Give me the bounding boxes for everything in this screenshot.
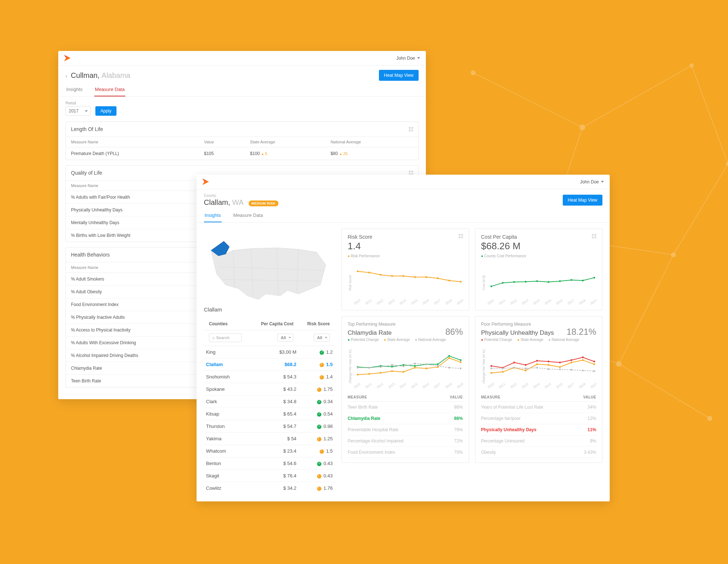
heat-map-view-button[interactable]: Heat Map View [379,70,419,81]
svg-text:2011: 2011 [364,382,372,388]
th-per-capita: Per Capita Cost [252,318,299,330]
svg-text:2017: 2017 [433,298,441,305]
top-measure-name: Chlamydia Rate [348,329,392,337]
risk-score-value: 1.4 [348,241,463,252]
svg-point-124 [502,371,503,373]
user-menu[interactable]: John Doe [396,56,420,61]
svg-text:Cost (in $): Cost (in $) [482,275,485,290]
svg-point-100 [448,367,450,369]
status-warn-icon [320,375,324,380]
tab-measure-data[interactable]: Measure Data [94,84,126,96]
svg-text:2012: 2012 [376,382,384,388]
svg-point-142 [593,370,595,372]
svg-text:2016: 2016 [555,298,563,305]
county-row[interactable]: Thurston $ 54.7 0.98 [204,420,335,433]
cost-filter-select[interactable]: All [277,334,293,342]
svg-text:2019: 2019 [456,382,463,388]
svg-text:2012: 2012 [509,382,517,388]
svg-line-8 [619,364,710,418]
svg-point-60 [593,277,595,279]
svg-point-80 [448,355,450,357]
list-item: Percentage Alcohol Impaired72% [348,436,463,447]
legend-potential: Potential Change [348,338,379,342]
tab-insights[interactable]: Insights [204,210,222,222]
list-item: Years of Potential Life Lost Rate34% [481,402,597,413]
legend-state: State Average [384,338,410,342]
us-map [204,229,335,305]
period-select[interactable]: 2017 [66,106,91,116]
svg-point-97 [414,363,416,365]
svg-point-32 [380,274,381,276]
status-ok-icon [320,350,324,355]
county-row[interactable]: Yakima $ 54 1.25 [204,433,335,445]
titlebar: County Clallam, WA MEDIUM RISK Heat Map … [197,189,610,207]
svg-line-0 [473,73,582,127]
county-row[interactable]: Spokane $ 43.2 1.75 [204,383,335,396]
svg-text:2010: 2010 [487,298,495,305]
user-name: John Doe [396,56,415,61]
county-search-input[interactable]: Search [209,333,242,342]
svg-point-51 [490,285,492,287]
titlebar: ‹ Cullman, Alabama Heat Map View [58,65,426,81]
svg-point-82 [357,374,359,376]
svg-text:2015: 2015 [410,382,418,388]
svg-point-117 [536,360,538,362]
county-row[interactable]: Whatcom $ 23.4 1.5 [204,445,335,457]
grid-icon[interactable] [459,234,463,238]
county-row[interactable]: King $3,00 M 1.2 [204,346,335,358]
th-risk-score: Risk Score [298,318,335,330]
apply-button[interactable]: Apply [95,106,116,116]
svg-point-56 [547,281,549,283]
svg-text:2014: 2014 [399,382,407,388]
svg-point-116 [525,364,526,366]
brand-logo-icon [64,55,71,61]
svg-point-93 [368,367,370,369]
county-row[interactable]: Cowlitz $ 34.2 1.76 [204,482,335,495]
svg-point-121 [582,357,583,358]
list-item: Physically Unhealthy Days11% [481,424,597,436]
svg-line-9 [692,65,728,164]
county-row[interactable]: Benton $ 54.6 0.43 [204,457,335,470]
heat-map-view-button[interactable]: Heat Map View [563,195,602,206]
tabs: Insights Measure Data [58,81,426,97]
poor-measure-list: MEASUREVALUE Years of Potential Life Los… [481,393,597,458]
county-row[interactable]: Clark $ 34.8 0.34 [204,396,335,408]
svg-point-122 [593,361,595,362]
svg-point-140 [570,369,572,371]
list-item: Chlamydia Rate86% [348,413,463,424]
svg-text:2015: 2015 [410,298,418,305]
svg-text:2013: 2013 [521,382,529,388]
measure-section: Length Of LifeMeasure NameValueState Ave… [66,122,419,160]
grid-icon[interactable] [409,127,413,131]
risk-badge: MEDIUM RISK [249,200,278,206]
svg-point-75 [391,366,393,368]
county-row[interactable]: Kitsap $ 65.4 0.54 [204,408,335,420]
svg-text:Risk Score: Risk Score [348,275,352,290]
legend-national: National Average [549,338,579,342]
status-warn-icon [317,388,321,392]
grid-icon[interactable] [592,234,596,238]
svg-text:2010: 2010 [487,382,495,388]
svg-text:Change Per Year (in %): Change Per Year (in %) [482,349,485,383]
svg-point-138 [547,368,549,370]
county-label: County [204,194,278,198]
svg-point-91 [460,361,462,363]
svg-point-83 [368,373,370,375]
svg-point-33 [391,275,393,277]
legend-state: State Average [517,338,543,342]
svg-point-59 [582,280,583,282]
svg-text:2018: 2018 [578,298,586,305]
tab-measure-data[interactable]: Measure Data [233,210,264,222]
card-subtitle: Top Performing Measure [348,322,463,327]
tab-insights[interactable]: Insights [66,84,83,96]
svg-point-57 [559,280,561,282]
county-row[interactable]: Clallam $68.2 1.5 [204,358,335,371]
status-warn-icon [317,486,321,491]
county-row[interactable]: Skagit $ 76.4 0.43 [204,470,335,482]
svg-point-120 [570,359,572,361]
county-row[interactable]: Snohomish $ 54.3 1.4 [204,371,335,383]
user-menu[interactable]: John Doe [580,179,604,184]
svg-point-31 [368,271,370,273]
risk-filter-select[interactable]: All [314,334,330,342]
back-chevron-icon[interactable]: ‹ [66,73,67,79]
